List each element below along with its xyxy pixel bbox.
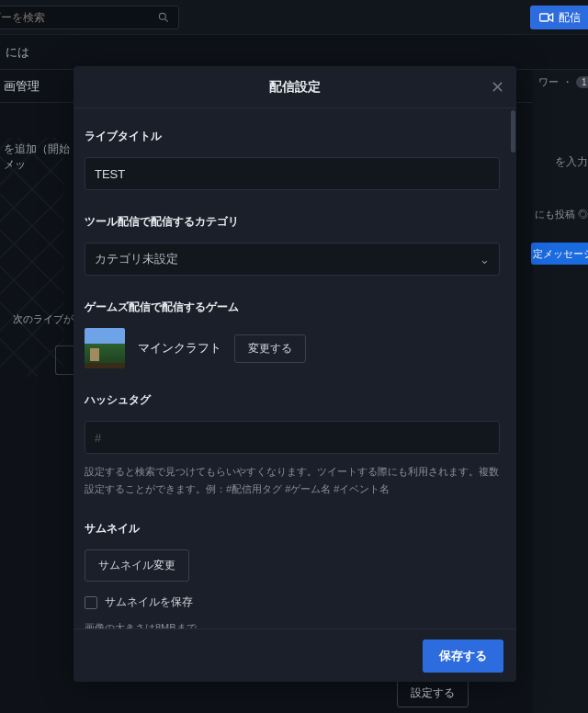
hashtag-section: ハッシュタグ 設定すると検索で見つけてもらいやすくなります。ツイートする際にも利…	[85, 392, 500, 497]
hashtag-label: ハッシュタグ	[85, 392, 500, 408]
change-thumbnail-button[interactable]: サムネイル変更	[85, 549, 189, 582]
modal-footer: 保存する	[74, 628, 516, 682]
category-label: ツール配信で配信するカテゴリ	[85, 214, 500, 230]
svg-point-0	[159, 13, 165, 19]
live-title-input[interactable]	[85, 157, 500, 190]
nav3-text: 画管理	[4, 78, 40, 95]
thumbnail-help: 画像の大きさは8MBまで	[85, 619, 500, 628]
live-title-label: ライブタイトル	[85, 129, 500, 144]
thumbnail-section: サムネイル サムネイル変更 サムネイルを保存 画像の大きさは8MBまで	[85, 521, 500, 628]
save-button[interactable]: 保存する	[423, 639, 503, 673]
category-select[interactable]: カテゴリ未設定 ⌄	[85, 243, 500, 276]
nav-secondary: には	[0, 35, 588, 70]
svg-rect-2	[540, 14, 548, 21]
top-bar: 配信	[0, 0, 588, 35]
bg-right-3[interactable]: 定メッセージ	[531, 243, 588, 265]
modal-title: 配信設定	[269, 79, 321, 96]
search-input[interactable]	[0, 11, 154, 24]
hashtag-input[interactable]	[85, 421, 500, 454]
stream-button-label: 配信	[559, 10, 581, 26]
bg-right-2: にも投稿 ◎	[535, 208, 588, 221]
scrollbar-thumb[interactable]	[511, 110, 515, 153]
stream-settings-modal: 配信設定 ✕ ライブタイトル ツール配信で配信するカテゴリ カテゴリ未設定 ⌄ …	[74, 66, 516, 682]
follower-label: ワー	[538, 75, 559, 89]
camera-icon	[539, 12, 554, 23]
bg-right-1: を入力	[555, 154, 588, 170]
game-section: ゲームズ配信で配信するゲーム マインクラフト 変更する	[85, 300, 500, 368]
follower-count-badge: 1	[576, 76, 588, 88]
nav2-text: には	[6, 44, 29, 61]
bg-settings-button[interactable]: 設定する	[397, 679, 469, 707]
live-title-section: ライブタイトル	[85, 129, 500, 190]
game-thumbnail	[85, 328, 125, 368]
game-label: ゲームズ配信で配信するゲーム	[85, 300, 500, 315]
change-game-button[interactable]: 変更する	[234, 334, 306, 363]
stream-button[interactable]: 配信	[530, 6, 588, 29]
save-thumbnail-label: サムネイルを保存	[105, 594, 193, 610]
follower-row: ワー ・ 1	[535, 75, 588, 89]
search-icon[interactable]	[154, 8, 173, 27]
chevron-down-icon: ⌄	[480, 253, 490, 266]
hashtag-help: 設定すると検索で見つけてもらいやすくなります。ツイートする際にも利用されます。複…	[85, 463, 500, 497]
modal-header: 配信設定 ✕	[74, 66, 516, 108]
game-row: マインクラフト 変更する	[85, 328, 500, 368]
search-box[interactable]	[0, 6, 179, 29]
thumbnail-label: サムネイル	[85, 521, 500, 537]
save-thumbnail-row[interactable]: サムネイルを保存	[85, 594, 500, 610]
category-selected: カテゴリ未設定	[95, 251, 178, 267]
save-thumbnail-checkbox[interactable]	[85, 596, 97, 609]
bg-left-text: を追加（開始メッ	[0, 138, 74, 176]
game-name: マインクラフト	[138, 340, 221, 356]
category-section: ツール配信で配信するカテゴリ カテゴリ未設定 ⌄	[85, 214, 500, 276]
modal-scroll: ライブタイトル ツール配信で配信するカテゴリ カテゴリ未設定 ⌄ ゲームズ配信で…	[74, 108, 511, 628]
close-icon[interactable]: ✕	[487, 77, 507, 97]
svg-line-1	[165, 19, 168, 22]
bg-left-tab	[55, 345, 74, 375]
modal-body: ライブタイトル ツール配信で配信するカテゴリ カテゴリ未設定 ⌄ ゲームズ配信で…	[74, 108, 516, 628]
